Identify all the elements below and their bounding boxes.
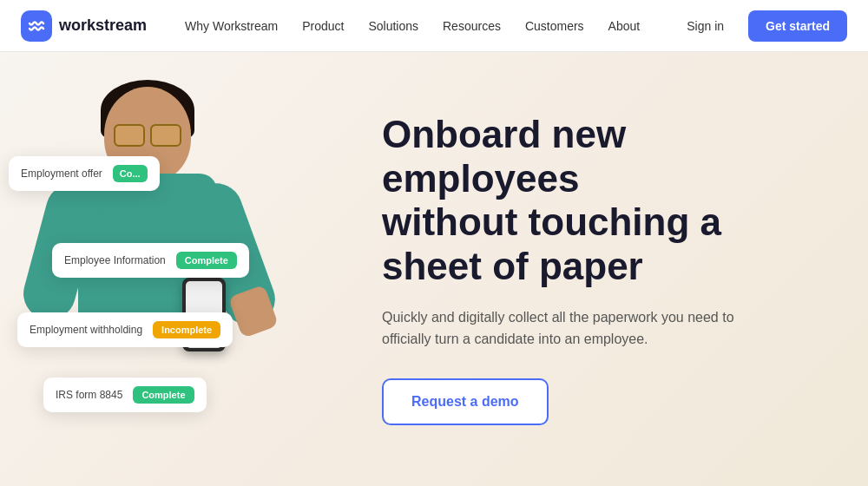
hero-section: Employment offer Co... Employee Informat… [0,52,868,486]
nav-customers[interactable]: Customers [515,12,595,40]
hero-image: Employment offer Co... Employee Informat… [0,52,365,486]
hero-subtext: Quickly and digitally collect all the pa… [382,306,764,351]
badge-complete: Complete [176,252,237,269]
person-face [113,117,182,161]
nav-solutions[interactable]: Solutions [358,12,429,40]
person-figure [26,87,269,486]
logo-icon [21,10,52,42]
card-employment-offer: Employment offer Co... [9,156,160,191]
nav-about[interactable]: About [598,12,651,40]
nav-links: Why Workstream Product Solutions Resourc… [174,12,673,40]
badge-complete: Co... [113,165,148,182]
nav-why-workstream[interactable]: Why Workstream [174,12,288,40]
get-started-button[interactable]: Get started [748,10,847,42]
badge-incomplete: Incomplete [153,321,220,338]
badge-complete: Complete [133,386,194,404]
navbar: workstream Why Workstream Product Soluti… [0,0,868,52]
hero-headline: Onboard new employees without touching a… [382,113,816,288]
card-employment-withholding: Employment withholding Incomplete [17,312,233,347]
person-glasses [114,124,181,145]
logo-text: workstream [59,16,147,35]
person-hand [228,285,279,338]
card-irs-form: IRS form 8845 Complete [43,378,207,412]
card-employee-info: Employee Information Complete [52,243,249,278]
request-demo-button[interactable]: Request a demo [382,378,549,425]
nav-right: Sign in Get started [673,10,847,42]
logo[interactable]: workstream [21,10,147,42]
nav-product[interactable]: Product [292,12,354,40]
signin-button[interactable]: Sign in [673,12,738,40]
hero-text: Onboard new employees without touching a… [365,52,868,486]
nav-resources[interactable]: Resources [432,12,511,40]
